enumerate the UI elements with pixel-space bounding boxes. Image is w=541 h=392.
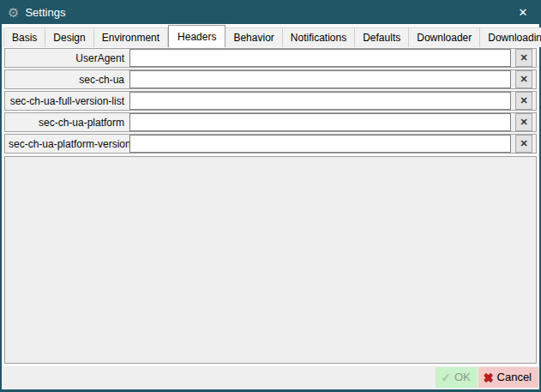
tab-design[interactable]: Design xyxy=(45,27,93,47)
ok-button-label: OK xyxy=(454,371,471,383)
clear-sec-ch-ua-platform-button[interactable]: ✕ xyxy=(515,113,532,131)
cancel-button-label: Cancel xyxy=(497,371,532,383)
header-fields: UserAgent✕sec-ch-ua✕sec-ch-ua-full-versi… xyxy=(4,48,537,155)
cancel-button[interactable]: ✖ Cancel xyxy=(478,367,538,388)
headers-tab-content: UserAgent✕sec-ch-ua✕sec-ch-ua-full-versi… xyxy=(2,47,539,366)
settings-window: ⚙ Settings ✕ BasisDesignEnvironmentHeade… xyxy=(0,0,541,392)
x-icon: ✖ xyxy=(484,371,494,383)
header-row-useragent: UserAgent✕ xyxy=(4,48,537,68)
clear-x-icon: ✕ xyxy=(520,52,527,63)
clear-x-icon: ✕ xyxy=(520,95,527,106)
clear-sec-ch-ua-full-version-list-button[interactable]: ✕ xyxy=(515,92,532,110)
field-label: sec-ch-ua xyxy=(9,74,129,86)
tab-environment[interactable]: Environment xyxy=(94,27,168,47)
header-row-sec-ch-ua: sec-ch-ua✕ xyxy=(4,69,537,89)
clear-sec-ch-ua-platform-version-button[interactable]: ✕ xyxy=(515,135,532,153)
tab-downloader[interactable]: Downloader xyxy=(409,27,480,47)
dialog-footer: ✓ OK ✖ Cancel xyxy=(2,366,539,389)
clear-sec-ch-ua-button[interactable]: ✕ xyxy=(515,70,532,88)
tab-behavior[interactable]: Behavior xyxy=(225,27,282,47)
gear-icon: ⚙ xyxy=(8,6,19,19)
window-title: Settings xyxy=(25,6,65,19)
clear-x-icon: ✕ xyxy=(520,117,527,128)
tab-defaults[interactable]: Defaults xyxy=(355,27,409,47)
tab-downloading[interactable]: Downloading xyxy=(480,27,541,47)
close-icon[interactable]: ✕ xyxy=(512,2,534,22)
header-row-sec-ch-ua-platform-version: sec-ch-ua-platform-version✕ xyxy=(4,134,537,154)
tab-notifications[interactable]: Notifications xyxy=(283,27,355,47)
header-row-sec-ch-ua-platform: sec-ch-ua-platform✕ xyxy=(4,112,537,132)
ok-button[interactable]: ✓ OK xyxy=(436,367,478,388)
clear-x-icon: ✕ xyxy=(520,74,527,85)
title-bar: ⚙ Settings ✕ xyxy=(0,0,541,24)
sec-ch-ua-platform-input[interactable] xyxy=(129,113,511,131)
useragent-input[interactable] xyxy=(129,49,511,67)
clear-x-icon: ✕ xyxy=(520,138,527,149)
sec-ch-ua-full-version-list-input[interactable] xyxy=(129,92,511,110)
empty-headers-panel xyxy=(4,156,537,364)
field-label: sec-ch-ua-platform-version xyxy=(9,138,129,150)
tab-headers[interactable]: Headers xyxy=(168,25,225,47)
tab-basis[interactable]: Basis xyxy=(3,27,45,47)
field-label: UserAgent xyxy=(9,52,129,64)
header-row-sec-ch-ua-full-version-list: sec-ch-ua-full-version-list✕ xyxy=(4,91,537,111)
field-label: sec-ch-ua-full-version-list xyxy=(9,95,129,107)
sec-ch-ua-platform-version-input[interactable] xyxy=(129,135,511,153)
field-label: sec-ch-ua-platform xyxy=(9,117,129,129)
check-icon: ✓ xyxy=(441,371,451,383)
clear-useragent-button[interactable]: ✕ xyxy=(515,49,532,67)
settings-tab-bar: BasisDesignEnvironmentHeadersBehaviorNot… xyxy=(2,24,539,47)
sec-ch-ua-input[interactable] xyxy=(129,70,511,88)
